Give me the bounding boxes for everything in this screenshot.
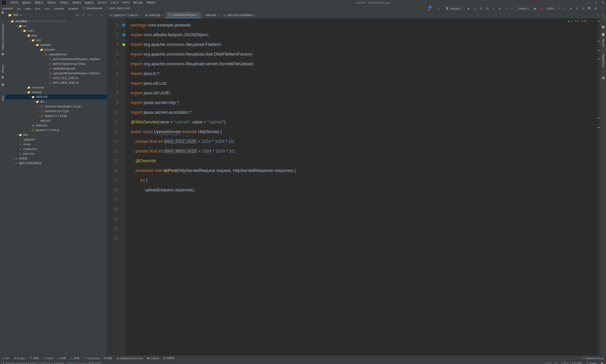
breadcrumb-item[interactable]: java bbox=[35, 7, 40, 10]
tree-row[interactable]: ▸≡临时文件和控制台 bbox=[6, 161, 107, 166]
vcs-commit-icon[interactable]: ✓ bbox=[563, 6, 567, 11]
tab-close-icon[interactable]: × bbox=[217, 14, 219, 16]
profile-icon[interactable]: ◔ bbox=[485, 6, 490, 11]
breadcrumb-item[interactable]: Ⓒ UploadServlet bbox=[83, 7, 102, 10]
tree-row[interactable]: ▾📁com bbox=[6, 38, 107, 43]
menu-item[interactable]: 帮助(H) bbox=[145, 0, 157, 5]
bottom-tab[interactable]: ◔Profiler bbox=[14, 356, 25, 360]
settings-icon[interactable]: ⚙ bbox=[593, 6, 598, 11]
bottom-tab[interactable]: ≡TODO bbox=[43, 356, 53, 360]
menu-item[interactable]: Git(G) bbox=[121, 0, 131, 5]
tab[interactable]: mpom.xml (JavaWeb)× bbox=[221, 12, 258, 18]
left-tool-1[interactable]: Alibaba Cloud Explorer bbox=[1, 22, 4, 51]
tree-row[interactable]: ≡mvnw bbox=[6, 142, 107, 147]
collapse-icon[interactable]: ⤡ bbox=[87, 13, 92, 17]
menu-item[interactable]: 工具(T) bbox=[108, 0, 121, 5]
right-tool-1[interactable]: 应用程序服务器 bbox=[602, 30, 605, 33]
tree-row[interactable]: ⓜgetFileType(String):String bbox=[6, 62, 107, 66]
nav-arrows[interactable]: ⌃ ⌄ bbox=[588, 19, 593, 23]
tree-row[interactable]: ⓜupload(HttpServletRequest, HttpServ bbox=[6, 71, 107, 76]
tab[interactable]: ◆index.jsp× bbox=[143, 12, 166, 18]
panel-more-icon[interactable]: ⋮ bbox=[94, 13, 98, 17]
breadcrumb-item[interactable]: JavaWeb bbox=[2, 7, 13, 10]
maximize-icon[interactable]: ◻ bbox=[595, 1, 597, 4]
tab-close-icon[interactable]: × bbox=[162, 14, 163, 16]
minimize-icon[interactable]: — bbox=[588, 1, 591, 4]
left-tool-2[interactable]: 推送 bbox=[1, 56, 4, 59]
target-icon[interactable]: ◎ bbox=[75, 13, 80, 17]
bottom-tab[interactable]: 🔨构建 bbox=[29, 356, 39, 360]
breadcrumb-item[interactable]: ⓕ MAX_MEN_SIZE bbox=[107, 7, 130, 10]
vcs-push-icon[interactable]: ⬈ bbox=[569, 6, 573, 11]
tree-row[interactable]: ▾📁example bbox=[6, 43, 107, 47]
tree-row[interactable]: ▸❐fastjson-1.2.83.jar bbox=[6, 114, 107, 118]
left-tool-3[interactable]: JRebel bbox=[1, 64, 4, 75]
left-tool-0[interactable]: 项目 bbox=[1, 14, 4, 17]
tree-row[interactable]: ⓕMAX_MEN_SIZE:int bbox=[6, 80, 107, 85]
tree-root[interactable]: ▾ 📁 JavaWebD:\ProjectsFor2024\JavaWeb bbox=[6, 19, 107, 24]
tree-row[interactable]: ◇.gitignore bbox=[6, 137, 107, 142]
tree-row[interactable]: ⓕMAX_FILE_SIZE:int bbox=[6, 76, 107, 80]
code-editor[interactable]: package com.example.javaweb;import com.a… bbox=[126, 18, 597, 355]
tree-row[interactable]: ◆index.jsp bbox=[6, 123, 107, 128]
menu-item[interactable]: 导航(N) bbox=[45, 0, 58, 5]
right-tool-3[interactable]: RestfulTool bbox=[602, 53, 605, 68]
menu-item[interactable]: 运行(U) bbox=[96, 0, 108, 5]
tree-row[interactable]: ▸❐commons-fileupload-1.3.2.jar bbox=[6, 104, 107, 109]
tree-row[interactable]: ≡mvnw.cmd bbox=[6, 147, 107, 151]
menu-item[interactable]: 视图(V) bbox=[33, 0, 45, 5]
jrebel-selector[interactable]: JRebel▾ bbox=[516, 6, 531, 11]
jr-red-icon[interactable]: ↯ bbox=[503, 6, 508, 11]
users-icon[interactable]: 👥▾ bbox=[428, 6, 433, 11]
vcs-history-icon[interactable]: ⟲ bbox=[575, 6, 579, 11]
stop-icon[interactable]: ■ bbox=[497, 6, 502, 11]
tree-row[interactable]: 📁resources bbox=[6, 85, 107, 90]
tree-row[interactable]: ▾ⒸUploadServlet bbox=[6, 52, 107, 57]
tree-row[interactable]: ▾📁java bbox=[6, 33, 107, 38]
left-tool-5[interactable]: 结构 bbox=[1, 87, 4, 90]
tree-row[interactable]: ▸❐commons-io-2.5.jar bbox=[6, 109, 107, 114]
tree-row[interactable]: mpom.xml bbox=[6, 151, 107, 156]
tree-row[interactable]: ▾📁src bbox=[6, 24, 107, 28]
vcs-update-icon[interactable]: ⬇ bbox=[556, 6, 561, 11]
tree-row[interactable]: ▸⊞外部库 bbox=[6, 156, 107, 161]
tabs-more-icon[interactable]: ⋮ bbox=[596, 12, 600, 16]
expand-icon[interactable]: ⤢ bbox=[81, 13, 86, 17]
tree-row[interactable]: ▸📁test bbox=[6, 132, 107, 137]
tab[interactable]: JSjquery-3.7.1.min.js× bbox=[107, 12, 143, 18]
breadcrumb-item[interactable]: com bbox=[44, 7, 50, 10]
breadcrumb-item[interactable]: example bbox=[54, 7, 64, 10]
notification-icon[interactable]: ☰ bbox=[602, 14, 605, 17]
run-icon[interactable]: ▶ bbox=[467, 6, 471, 11]
menu-item[interactable]: 文件(F) bbox=[8, 0, 20, 5]
bottom-tab[interactable]: ⎇Git bbox=[2, 356, 9, 360]
run-config-selector[interactable]: 🍃 Tomcat 8 ▾ bbox=[443, 6, 465, 11]
jrebel-icon[interactable]: ↯ bbox=[436, 6, 441, 11]
tab-close-icon[interactable]: × bbox=[139, 14, 140, 16]
tab-close-icon[interactable]: × bbox=[254, 14, 256, 16]
breadcrumb-item[interactable]: main bbox=[25, 7, 31, 10]
cursor-position[interactable]: 18:55 bbox=[545, 362, 551, 364]
menu-item[interactable]: 代码(C) bbox=[58, 0, 70, 5]
tree-row[interactable]: ▾📁javaweb bbox=[6, 47, 107, 52]
jrebel-console-tab[interactable]: ↯JRebel Console bbox=[583, 357, 604, 360]
vcs-rollback-icon[interactable]: ↺ bbox=[581, 6, 586, 11]
tree-row[interactable]: ▾📁WEB-INF bbox=[6, 95, 107, 99]
menu-item[interactable]: 窗口(W) bbox=[131, 0, 145, 5]
more-icon[interactable]: ⋮ bbox=[599, 6, 604, 11]
tab[interactable]: ⒸUploadServlet.java× bbox=[165, 12, 202, 18]
bottom-tab[interactable]: ☁Alibaba Cloud View bbox=[117, 356, 143, 360]
tab-close-icon[interactable]: × bbox=[197, 13, 199, 16]
left-tool-4[interactable]: 书签 bbox=[1, 79, 4, 82]
indent-info[interactable]: 4 个空格 bbox=[572, 362, 582, 364]
inspection-bar[interactable]: ▲1 ⚠1 ⚠9 ⌃ ⌄ bbox=[567, 19, 593, 23]
breadcrumb-item[interactable]: src bbox=[17, 7, 21, 10]
tree-row[interactable]: web.xml bbox=[6, 118, 107, 123]
status-link[interactable]: Update Or Ignore bbox=[66, 362, 86, 364]
bottom-tab[interactable]: ⚠问题 bbox=[57, 356, 66, 360]
attach-icon[interactable]: ⤓ bbox=[491, 6, 496, 11]
bottom-tab[interactable]: ✓CheckStyle bbox=[83, 356, 100, 360]
breadcrumb-item[interactable]: javaweb bbox=[69, 7, 78, 10]
lock-icon[interactable]: 🔒 bbox=[600, 362, 604, 364]
right-tool-2[interactable]: Maven bbox=[602, 37, 605, 48]
